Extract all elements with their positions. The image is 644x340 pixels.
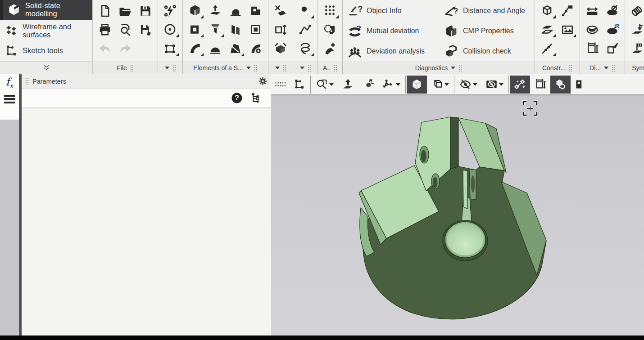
section-display-button[interactable] [550, 76, 571, 94]
sketch-mode-button[interactable] [289, 76, 309, 94]
group-label: Elements of a S... [193, 64, 243, 72]
nav-item-solid[interactable]: Solid-state modelling [0, 0, 92, 20]
dropdown-arrow-icon[interactable] [275, 67, 280, 69]
shaded-view-button[interactable] [407, 76, 427, 94]
flag-symbol-button[interactable] [627, 39, 644, 58]
toolbar-grip[interactable] [308, 65, 311, 72]
variables-fx-tab[interactable]: fx [6, 77, 13, 89]
redo-button[interactable] [115, 39, 135, 58]
object-info-button[interactable]: ?Object Info [345, 1, 442, 21]
local-cs-button[interactable] [537, 1, 557, 20]
toolbar-grip[interactable] [569, 65, 572, 72]
nav-item-sketch[interactable]: Sketch tools [0, 42, 92, 59]
delete-face-button[interactable] [271, 1, 290, 20]
linear-dimension-button[interactable] [582, 1, 602, 20]
rect-feature-button[interactable] [160, 39, 180, 58]
nav-collapse-button[interactable] [0, 61, 92, 74]
pocket-cut-button[interactable] [246, 1, 266, 20]
dropdown-arrow-icon[interactable] [396, 83, 400, 86]
dropdown-arrow-icon[interactable] [300, 67, 304, 69]
dome-feature-button[interactable] [205, 39, 225, 58]
open-folder-button[interactable] [115, 1, 135, 20]
plane-offset-button[interactable] [537, 20, 557, 39]
boss-round-button[interactable] [226, 1, 245, 20]
copy-geometry-button[interactable] [320, 20, 340, 39]
save-button[interactable] [136, 1, 155, 20]
angular-dimension-button[interactable] [582, 20, 602, 39]
toolbar-grip[interactable] [172, 65, 176, 72]
toolbar-grip[interactable] [283, 65, 286, 72]
resize-body-button[interactable] [271, 20, 290, 39]
toolbar-grip[interactable] [334, 65, 337, 72]
rib-plates-button[interactable] [226, 20, 245, 39]
shell-box-button[interactable] [246, 20, 266, 39]
undo-button[interactable] [95, 39, 115, 58]
toolbar-grip[interactable] [130, 65, 134, 72]
new-document-button[interactable] [95, 1, 115, 20]
hide-objects-button[interactable] [455, 76, 481, 94]
thread-symbol-button[interactable] [627, 1, 644, 20]
dropdown-arrow-icon[interactable] [604, 67, 608, 69]
chain-dimension-button[interactable] [582, 39, 602, 58]
dropdown-arrow-icon[interactable] [329, 83, 334, 86]
points-array-button[interactable] [320, 1, 340, 20]
dimension-settings-button[interactable] [530, 76, 550, 94]
mutual-deviation-button[interactable]: ?Mutual deviation [345, 21, 442, 41]
hamburger-menu-icon[interactable] [4, 95, 15, 103]
control-points-button[interactable] [558, 1, 577, 20]
axes-triad-button[interactable] [378, 76, 404, 94]
macro-collection-button[interactable] [160, 1, 180, 20]
help-icon[interactable]: ? [231, 92, 243, 104]
crosshair-cursor-icon [522, 100, 539, 117]
polyline-tool-button[interactable] [295, 20, 315, 39]
toolbar-grip[interactable] [254, 65, 258, 72]
dropdown-arrow-icon[interactable] [165, 67, 169, 69]
extrude-boss-button[interactable] [185, 1, 205, 20]
distance-angle-button[interactable]: ?Distance and Angle [442, 1, 534, 21]
zoom-area-button[interactable] [312, 76, 338, 94]
print-button[interactable] [95, 20, 115, 39]
deviation-analysis-button[interactable]: Deviation analysis [345, 41, 442, 62]
cut-square-button[interactable] [185, 20, 205, 39]
axis-tool-button[interactable] [537, 39, 557, 58]
collision-check-button[interactable]: Collision check [442, 41, 534, 62]
sheet-up-button[interactable] [205, 1, 225, 20]
linear-dimension-icon [585, 4, 599, 18]
section-dimension-button[interactable] [603, 39, 622, 58]
image-plane-button[interactable] [558, 20, 577, 39]
toolbar-grip[interactable] [458, 65, 462, 72]
cmp-properties-button[interactable]: CMP Properties [442, 21, 534, 41]
toolbar-grip[interactable] [612, 65, 615, 72]
leader-symbol-button[interactable] [627, 20, 644, 39]
point-tool-button[interactable] [295, 1, 315, 20]
gear-icon[interactable] [258, 76, 268, 86]
wireframe-view-button[interactable] [427, 76, 453, 94]
dropdown-arrow-icon[interactable] [444, 83, 449, 86]
nav-item-wireframe[interactable]: Wireframe and surfaces [0, 20, 92, 42]
dropdown-arrow-icon[interactable] [473, 83, 477, 86]
snap-settings-button[interactable] [510, 76, 530, 94]
print-preview-button[interactable] [115, 20, 135, 39]
round-feature-button[interactable] [160, 20, 180, 39]
clipped-tool-button[interactable] [571, 76, 591, 94]
panel-grip[interactable] [25, 78, 29, 85]
3d-viewport[interactable] [271, 95, 644, 336]
fillet-corner-button[interactable] [185, 39, 205, 58]
spiral-tool-button[interactable] [295, 39, 315, 58]
radius-dimension-button[interactable]: R [603, 20, 622, 39]
dropdown-arrow-icon[interactable] [246, 67, 251, 69]
hole-drill-button[interactable] [205, 20, 225, 39]
view-toolbar-grip[interactable] [275, 81, 286, 87]
save-as-button[interactable] [136, 20, 155, 39]
orient-normal-button[interactable] [338, 76, 358, 94]
fillet-hole-button[interactable] [246, 39, 266, 58]
diameter-dimension-button[interactable] [603, 1, 622, 20]
sculpt-body-button[interactable] [320, 39, 340, 58]
model-tree-icon[interactable] [250, 93, 261, 104]
dropdown-arrow-icon[interactable] [499, 83, 503, 86]
hide-all-objects-button[interactable] [481, 76, 508, 94]
open-box-button[interactable] [271, 39, 290, 58]
move-component-button[interactable] [358, 76, 378, 94]
chamfer-block-button[interactable] [226, 39, 245, 58]
dropdown-arrow-icon[interactable] [451, 67, 455, 69]
